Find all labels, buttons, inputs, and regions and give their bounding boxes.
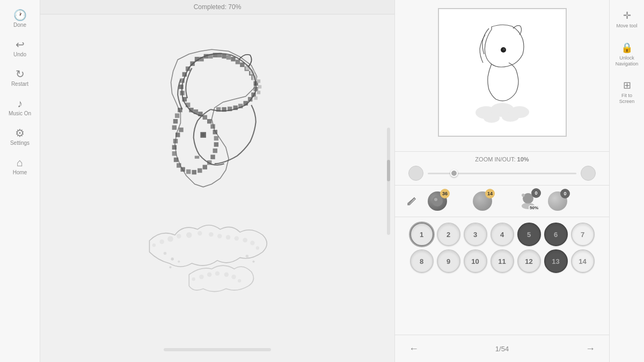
svg-rect-40 (174, 158, 178, 162)
color-cell-11[interactable]: 11 (491, 249, 514, 273)
svg-rect-89 (231, 275, 236, 279)
color-cell-7[interactable]: 7 (571, 223, 595, 246)
svg-rect-77 (209, 232, 213, 237)
svg-rect-68 (258, 85, 261, 88)
sidebar-item-done[interactable]: 🕐 Done (3, 5, 38, 33)
zoom-value: 10% (517, 156, 529, 162)
horse-drawing (67, 26, 368, 337)
settings-label: Settings (10, 140, 30, 146)
bucket-3[interactable]: 0 50% (518, 191, 538, 211)
svg-rect-27 (210, 124, 215, 128)
svg-rect-32 (210, 154, 215, 159)
scroll-thumb[interactable] (387, 160, 390, 181)
svg-rect-10 (236, 60, 240, 64)
svg-rect-88 (224, 272, 229, 277)
svg-rect-8 (226, 55, 231, 60)
lock-icon: 🔒 (621, 42, 633, 54)
tool-move[interactable]: ✛ Move tool (611, 5, 642, 33)
color-cell-4[interactable]: 4 (491, 223, 514, 246)
undo-icon: ↩ (16, 39, 25, 50)
nav-footer: ← 1/54 → (395, 335, 609, 362)
color-cell-6[interactable]: 6 (544, 223, 568, 246)
svg-rect-35 (197, 168, 202, 173)
clock-icon: 🕐 (13, 10, 27, 20)
bucket-3-badge: 0 (531, 188, 541, 198)
right-panel-container: ZOOM IN/OUT: 10% (394, 0, 644, 362)
svg-rect-44 (175, 132, 180, 137)
zoom-thumb[interactable] (450, 169, 458, 177)
svg-rect-92 (171, 257, 174, 260)
svg-rect-30 (214, 142, 218, 146)
color-cell-3[interactable]: 3 (464, 223, 487, 246)
color-cell-5[interactable]: 5 (517, 223, 541, 246)
music-icon: ♪ (17, 98, 23, 109)
sidebar-item-home[interactable]: ⌂ Home (3, 153, 38, 180)
svg-rect-93 (178, 261, 180, 263)
restart-label: Restart (11, 81, 28, 87)
bucket-1[interactable]: 36 (428, 191, 447, 211)
svg-rect-37 (186, 169, 191, 174)
svg-rect-11 (240, 63, 244, 67)
bucket-2[interactable]: 14 (473, 191, 492, 211)
pencil-icon (406, 196, 417, 206)
color-cell-1[interactable]: 1 (410, 223, 434, 246)
move-icon: ✛ (623, 10, 631, 21)
tool-unlock[interactable]: 🔒 Unlock Navigation (611, 38, 642, 71)
svg-rect-36 (192, 170, 196, 174)
scroll-indicator[interactable] (387, 128, 390, 235)
svg-rect-79 (226, 235, 230, 239)
color-row-2: 8 9 10 11 12 13 14 (403, 249, 601, 273)
settings-icon: ⚙ (15, 128, 25, 138)
svg-rect-76 (197, 231, 202, 235)
preview-box (438, 8, 567, 137)
color-cell-8[interactable]: 8 (410, 249, 434, 273)
undo-label: Undo (13, 51, 26, 58)
color-cell-10[interactable]: 10 (464, 249, 487, 273)
color-tools-section: 36 14 (395, 186, 609, 217)
color-cell-9[interactable]: 9 (437, 249, 460, 273)
tool-fit[interactable]: ⊞ Fit to Screen (611, 75, 642, 109)
svg-rect-95 (246, 255, 248, 257)
zoom-plus-button[interactable] (581, 166, 596, 181)
home-icon: ⌂ (17, 157, 23, 168)
svg-rect-78 (217, 234, 222, 238)
svg-point-106 (432, 196, 443, 206)
svg-rect-39 (177, 163, 181, 167)
pencil-tool[interactable] (403, 193, 420, 210)
color-cell-2[interactable]: 2 (437, 223, 460, 246)
color-cell-13[interactable]: 13 (544, 249, 568, 273)
svg-rect-84 (192, 277, 195, 280)
svg-rect-91 (164, 252, 166, 255)
zoom-minus-button[interactable] (408, 166, 423, 181)
svg-rect-71 (152, 243, 156, 247)
zoom-section: ZOOM IN/OUT: 10% (395, 152, 609, 186)
svg-rect-42 (172, 145, 177, 150)
svg-rect-31 (213, 149, 217, 153)
prev-button[interactable]: ← (406, 341, 422, 357)
color-cell-12[interactable]: 12 (517, 249, 541, 273)
sidebar: 🕐 Done ↩ Undo ↻ Restart ♪ Music On ⚙ Set… (0, 0, 40, 362)
svg-rect-29 (214, 136, 218, 141)
zoom-track[interactable] (428, 173, 576, 174)
preview-section (395, 0, 609, 152)
horizontal-scrollbar[interactable] (164, 348, 271, 351)
next-button[interactable]: → (582, 341, 598, 357)
color-cell-14[interactable]: 14 (571, 249, 595, 273)
svg-rect-86 (207, 272, 211, 277)
sidebar-item-restart[interactable]: ↻ Restart (3, 64, 38, 92)
svg-point-101 (484, 113, 500, 123)
svg-rect-43 (173, 139, 178, 143)
right-panel: ZOOM IN/OUT: 10% (394, 0, 609, 362)
sidebar-item-music[interactable]: ♪ Music On (3, 94, 38, 121)
color-row-1: 1 2 3 4 5 6 7 (403, 223, 601, 246)
svg-rect-25 (203, 115, 207, 120)
svg-point-107 (434, 198, 437, 201)
svg-rect-70 (254, 97, 258, 100)
preview-image (443, 13, 561, 131)
sidebar-item-undo[interactable]: ↩ Undo (3, 35, 38, 62)
sidebar-item-settings[interactable]: ⚙ Settings (3, 123, 38, 151)
bucket-4[interactable]: 0 (548, 191, 567, 211)
canvas-content[interactable] (40, 14, 394, 348)
svg-rect-28 (213, 130, 217, 134)
move-label: Move tool (616, 23, 637, 29)
